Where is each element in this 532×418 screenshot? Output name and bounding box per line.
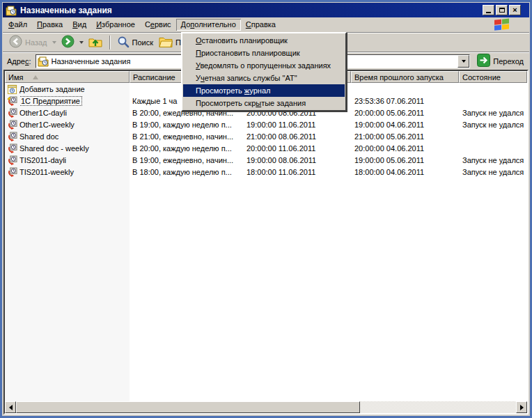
- task-status: [462, 143, 526, 155]
- scheduled-task-icon: [7, 120, 18, 132]
- scheduled-tasks-icon: [38, 56, 49, 67]
- task-name: TIS2011-dayli: [19, 155, 128, 167]
- task-schedule: В 20:00, каждую неделю п...: [132, 143, 244, 155]
- task-status: [462, 95, 526, 107]
- back-label: Назад: [25, 38, 47, 47]
- header-last-run[interactable]: Время прошлого запуска: [351, 71, 459, 83]
- menu-favorites[interactable]: Избранное: [91, 19, 140, 31]
- windows-logo-icon: [493, 17, 511, 32]
- task-next-run: 19:00:00 08.06.2011: [247, 155, 351, 167]
- task-next-run: 20:00:00 11.06.2011: [247, 143, 351, 155]
- sort-ascending-icon: [33, 75, 38, 79]
- menu-item-pause-scheduler[interactable]: Приостановить планировщик: [183, 47, 345, 59]
- menu-item-stop-scheduler[interactable]: Остановить планировщик: [183, 34, 345, 47]
- task-status: Запуск не удался: [462, 155, 526, 167]
- menu-view[interactable]: Вид: [68, 19, 91, 31]
- table-row[interactable]: TIS2011-dayli В 19:00, ежедневно, начин.…: [5, 155, 527, 167]
- forward-button[interactable]: [59, 33, 77, 51]
- task-last-run: 19:00:00 05.06.2011: [354, 155, 459, 167]
- task-status: Запуск не удался: [462, 167, 526, 178]
- menubar: Файл Правка Вид Избранное Сервис Дополни…: [3, 17, 529, 32]
- back-button[interactable]: Назад: [7, 33, 49, 51]
- task-schedule: В 18:00, каждую неделю п...: [132, 167, 244, 178]
- window-title: Назначенные задания: [20, 6, 483, 15]
- menu-item-notify-missed-tasks[interactable]: Уведомлять о пропущенных заданиях: [183, 59, 345, 72]
- task-status: [462, 84, 526, 95]
- scheduled-task-icon: [7, 155, 18, 167]
- menu-item-view-hidden-tasks[interactable]: Просмотреть скрытые задания: [183, 97, 345, 109]
- task-name: 1С Предприятие: [19, 95, 128, 107]
- task-edit-icon: [7, 96, 18, 108]
- task-status: [462, 131, 526, 143]
- scroll-right-button[interactable]: [516, 401, 527, 413]
- header-status[interactable]: Состояние: [459, 71, 527, 83]
- close-icon: ×: [513, 6, 517, 14]
- task-last-run: 20:00:00 05.06.2011: [354, 107, 459, 119]
- task-last-run: 18:00:00 04.06.2011: [354, 167, 459, 178]
- table-row[interactable]: Shared doc - weekly В 20:00, каждую неде…: [5, 143, 527, 155]
- maximize-button[interactable]: [496, 5, 508, 15]
- task-schedule: В 19:00, ежедневно, начин...: [132, 155, 244, 167]
- search-icon: [117, 36, 130, 49]
- task-status: Запуск не удался: [462, 119, 526, 131]
- task-last-run: 23:53:36 07.06.2011: [354, 95, 459, 107]
- minimize-button[interactable]: [483, 5, 494, 15]
- window-controls: ×: [483, 5, 521, 15]
- go-button[interactable]: Переход: [476, 53, 525, 69]
- scheduled-task-icon: [7, 167, 18, 179]
- task-schedule: В 19:00, каждую неделю п...: [132, 119, 244, 131]
- horizontal-scrollbar[interactable]: [5, 401, 527, 413]
- titlebar[interactable]: Назначенные задания ×: [3, 3, 529, 17]
- scheduled-task-icon: [7, 132, 18, 144]
- menu-advanced[interactable]: Дополнительно: [176, 19, 241, 31]
- menu-item-view-log[interactable]: Просмотреть журнал: [183, 84, 345, 97]
- task-list: Имя Расписание Время прошлого запуска Со…: [3, 70, 529, 415]
- scheduled-tasks-window: Назначенные задания × Файл Правка Вид Из…: [0, 0, 532, 418]
- advanced-menu: Остановить планировщик Приостановить пла…: [181, 32, 347, 111]
- menu-item-at-service-account[interactable]: Учетная запись службы "АТ": [183, 72, 345, 84]
- add-task-icon: [7, 84, 18, 96]
- arrow-right-icon: [520, 405, 524, 410]
- task-last-run: 20:00:00 04.06.2011: [354, 143, 459, 155]
- go-icon: [477, 54, 490, 68]
- search-label: Поиск: [132, 38, 153, 47]
- scrollbar-thumb[interactable]: [16, 401, 360, 413]
- menu-help[interactable]: Справка: [241, 19, 281, 31]
- task-name: Shared doc - weekly: [19, 143, 128, 155]
- task-status: Запуск не удался: [462, 107, 526, 119]
- forward-icon: [61, 35, 75, 49]
- menu-edit[interactable]: Правка: [32, 19, 68, 31]
- toolbar-separator: [109, 36, 110, 49]
- go-label: Переход: [493, 57, 524, 65]
- chevron-down-icon: [462, 60, 466, 63]
- back-icon: [9, 35, 22, 49]
- header-name[interactable]: Имя: [5, 71, 130, 83]
- address-dropdown-button[interactable]: [457, 55, 469, 68]
- menu-tools[interactable]: Сервис: [140, 19, 176, 31]
- search-button[interactable]: Поиск: [115, 34, 155, 51]
- table-row[interactable]: TIS2011-weekly В 18:00, каждую неделю п.…: [5, 167, 527, 178]
- task-last-run: [354, 84, 459, 95]
- task-next-run: 21:00:00 08.06.2011: [247, 131, 351, 143]
- menu-file[interactable]: Файл: [3, 19, 32, 31]
- minimize-icon: [486, 12, 491, 13]
- task-next-run: 18:00:00 11.06.2011: [247, 167, 351, 178]
- maximize-icon: [499, 8, 505, 13]
- forward-menu-arrow-icon[interactable]: [79, 41, 84, 44]
- task-next-run: 19:00:00 11.06.2011: [247, 119, 351, 131]
- folders-icon: [159, 36, 173, 49]
- close-button[interactable]: ×: [509, 5, 521, 15]
- table-row[interactable]: Shared doc В 21:00, ежедневно, начин... …: [5, 131, 527, 143]
- task-last-run: 19:00:00 04.06.2011: [354, 119, 459, 131]
- up-folder-icon: [88, 36, 102, 49]
- task-name: Other1C-dayli: [19, 107, 128, 119]
- up-folder-button[interactable]: [86, 34, 104, 51]
- arrow-left-icon: [9, 405, 13, 410]
- scroll-left-button[interactable]: [5, 401, 16, 413]
- back-menu-arrow-icon[interactable]: [52, 41, 56, 44]
- task-name: Добавить задание: [19, 84, 128, 95]
- task-schedule: В 21:00, ежедневно, начин...: [132, 131, 244, 143]
- task-name: Other1C-weekly: [19, 119, 128, 131]
- scheduled-task-icon: [7, 144, 18, 155]
- table-row[interactable]: Other1C-weekly В 19:00, каждую неделю п.…: [5, 119, 527, 131]
